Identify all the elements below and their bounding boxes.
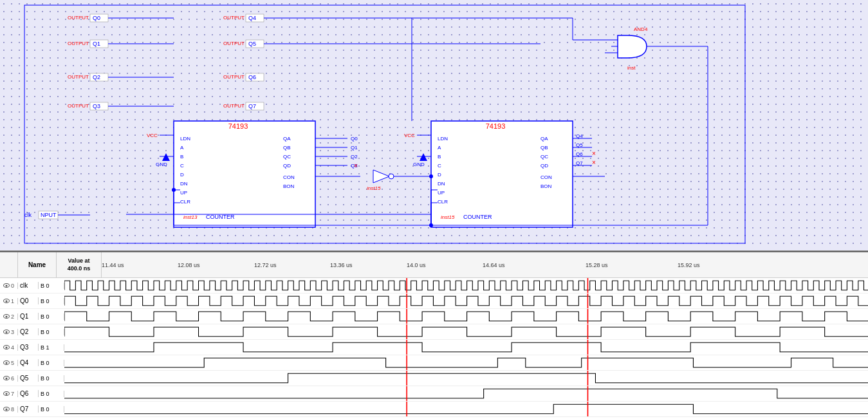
row-name-6: Q5 — [18, 375, 39, 382]
row-wave-2 — [64, 309, 868, 324]
row-val-0: B 0 — [39, 283, 64, 289]
row-num-8: 8 — [0, 406, 18, 413]
c1-b: B — [180, 154, 183, 160]
pin-name-q3: Q3 — [93, 103, 100, 109]
row-wave-8 — [64, 402, 868, 416]
junction-1 — [172, 188, 176, 192]
c2-qb-label: Q5 — [576, 142, 583, 148]
row-wave-7 — [64, 386, 868, 401]
row-wave-6 — [64, 371, 868, 386]
c1-a: A — [180, 145, 184, 151]
row-name-7: Q6 — [18, 390, 39, 397]
waveform-panel: Name Value at400.0 ns 11.44 us 12.08 us … — [0, 251, 868, 419]
pin-name-q0: Q0 — [93, 15, 100, 21]
row-name-2: Q1 — [18, 313, 39, 320]
eye-icon-4[interactable] — [3, 345, 10, 349]
signal-row-8: 8 Q7 B 0 — [0, 402, 868, 417]
row-val-7: B 0 — [39, 391, 64, 397]
eye-icon-2[interactable] — [3, 314, 10, 319]
eye-icon-3[interactable] — [3, 330, 10, 334]
c2-qd-label: Q7 — [576, 160, 583, 166]
c1-ldn: LDN — [180, 136, 190, 142]
header-name-col: Name — [18, 252, 57, 277]
signal-row-7: 7 Q6 B 0 — [0, 386, 868, 402]
signal-row-3: 3 Q2 B 0 — [0, 324, 868, 340]
output-label-5: OUTPUT — [223, 41, 245, 46]
signal-row-6: 6 Q5 B 0 — [0, 371, 868, 386]
row-num-3: 3 — [0, 329, 18, 335]
qc-wire-label: Q2 — [351, 154, 358, 160]
signal-row-2: 2 Q1 B 0 — [0, 309, 868, 324]
clk-pin: NPUT — [41, 212, 57, 218]
output-label-1: OUTPUT — [68, 41, 89, 46]
output-label-3: OUTPUT — [68, 103, 89, 109]
eye-icon-6[interactable] — [3, 376, 10, 380]
c1-instance: inst13 — [183, 214, 198, 220]
tick-3: 13.36 us — [330, 262, 353, 268]
c2-instance: inst15 — [441, 214, 455, 220]
tick-1: 12.08 us — [178, 262, 200, 268]
c1-qa: QA — [283, 136, 291, 142]
gnd-arrow-2 — [420, 153, 427, 161]
output-label-4: OUTPUT — [223, 15, 245, 21]
eye-icon-7[interactable] — [3, 391, 10, 396]
tick-7: 15.92 us — [678, 262, 700, 268]
pin-name-q4: Q4 — [248, 15, 256, 21]
output-label-2: OUTPUT — [68, 74, 89, 80]
row-name-5: Q4 — [18, 359, 39, 366]
not-label: inst15 — [367, 185, 381, 191]
signal-row-0: 0 clk B 0 — [0, 278, 868, 293]
counter1-title: 74193 — [228, 122, 248, 130]
tick-2: 12.72 us — [254, 262, 277, 268]
pin-name-q2: Q2 — [93, 74, 100, 80]
c1-qc: QC — [283, 154, 291, 160]
row-name-8: Q7 — [18, 405, 39, 413]
c1-qb: QB — [283, 145, 291, 151]
schematic-panel: OUTPUT Q0 OUTPUT Q1 OUTPUT Q2 OUTPUT Q3 … — [0, 0, 868, 251]
cross-qc: × — [592, 150, 596, 157]
row-wave-5 — [64, 355, 868, 370]
row-wave-3 — [64, 324, 868, 339]
tick-0: 11.44 us — [102, 262, 124, 268]
gnd-label-1: GND — [156, 162, 167, 167]
eye-icon-0[interactable] — [3, 283, 10, 288]
row-num-0: 0 — [0, 283, 18, 289]
row-num-5: 5 — [0, 360, 18, 366]
c2-qc-label: Q6 — [576, 151, 583, 157]
row-wave-1 — [64, 293, 868, 308]
tick-5: 14.64 us — [483, 262, 505, 268]
qa-wire-label: Q0 — [351, 136, 358, 142]
row-wave-0 — [64, 278, 868, 293]
eye-icon-8[interactable] — [3, 407, 10, 411]
row-val-8: B 0 — [39, 406, 64, 413]
gnd-label-2: GND — [413, 162, 425, 167]
timeline-header: 11.44 us 12.08 us 12.72 us 13.36 us 14.0… — [102, 252, 868, 277]
row-val-1: B 0 — [39, 298, 64, 304]
c2-clr: CLR — [438, 199, 448, 205]
c2-qc: QC — [540, 154, 548, 160]
and-label: AND4 — [634, 26, 648, 32]
row-val-6: B 0 — [39, 375, 64, 382]
junction-2 — [429, 174, 433, 178]
c2-dn: DN — [438, 181, 445, 187]
waveform-rows: 0 clk B 0 1 Q0 B 0 — [0, 278, 868, 419]
c2-c: C — [438, 163, 441, 169]
c1-dn: DN — [180, 181, 188, 187]
schematic-svg: OUTPUT Q0 OUTPUT Q1 OUTPUT Q2 OUTPUT Q3 … — [0, 0, 868, 251]
pin-name-q6: Q6 — [248, 74, 256, 80]
and-gate — [618, 35, 647, 58]
signal-row-1: 1 Q0 B 0 — [0, 293, 868, 309]
c2-b: B — [438, 154, 441, 160]
c2-a: A — [438, 145, 441, 151]
eye-icon-5[interactable] — [3, 360, 10, 365]
output-label-6: OUTPUT — [223, 74, 245, 80]
eye-icon-1[interactable] — [3, 299, 10, 303]
row-name-4: Q3 — [18, 344, 39, 351]
row-num-7: 7 — [0, 391, 18, 397]
row-num-6: 6 — [0, 375, 18, 382]
vcc-label-2: VCC — [404, 133, 415, 138]
c1-clr: CLR — [180, 199, 190, 205]
c2-d: D — [438, 172, 441, 178]
pin-name-q5: Q5 — [248, 41, 256, 47]
c2-qb: QB — [540, 145, 548, 151]
